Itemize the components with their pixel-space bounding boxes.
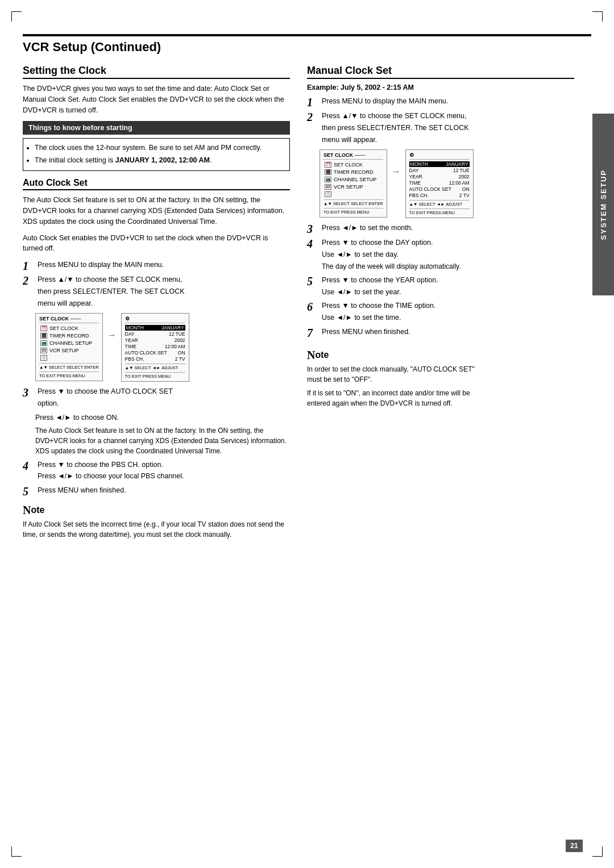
manual-mf1: ▲▼ SELECT SELECT ENTER (323, 201, 383, 206)
menu-icon-ch: 📺 (40, 340, 47, 346)
page-number: 21 (566, 840, 583, 852)
things-to-know-header: Things to know before starting (23, 121, 290, 135)
sf1: ▲▼ SELECT ◄► ADJUST (125, 365, 179, 370)
settings-footer1: ▲▼ SELECT ◄► ADJUST (125, 364, 185, 370)
manual-settings-row-1: DAY 12 TUE (409, 168, 470, 173)
manual-step-num-7: 7 (307, 327, 320, 339)
manual-step1-text: Press MENU to display the MAIN menu. (322, 96, 574, 108)
step3-text: Press ▼ to choose the AUTO CLOCK SET opt… (38, 386, 290, 410)
main-header: VCR Setup (Continued) (23, 34, 591, 55)
menu-footer2: TO EXIT PRESS MENU (39, 373, 85, 378)
settings-value-4: ON (178, 350, 185, 356)
side-tab-text: SYSTEM SETUP (599, 169, 608, 240)
auto-clock-step5: 5 Press MENU when finished. (23, 485, 290, 498)
manual-settings-box: ⚙ MONTH JANUARY DAY 12 TUE YEAR 2002 T (405, 149, 474, 218)
manual-settings-value-0: JANUARY (446, 161, 468, 167)
manual-step-num-5: 5 (307, 275, 320, 287)
step2-line1: Press ▲/▼ to choose the SET CLOCK menu, (38, 274, 290, 285)
manual-settings-value-3: 12:00 AM (449, 180, 470, 186)
manual-step1: 1 Press MENU to display the MAIN menu. (307, 96, 574, 108)
manual-step5-line1: Press ▼ to choose the YEAR option. (322, 275, 574, 286)
step-num-5: 5 (23, 485, 35, 498)
manual-step4: 4 Press ▼ to choose the DAY option. Use … (307, 237, 574, 273)
manual-menu-box-title: SET CLOCK ─── (323, 152, 383, 160)
manual-settings-footer2: TO EXIT PRESS MENU (409, 208, 470, 215)
manual-settings-row-2: YEAR 2002 (409, 174, 470, 180)
manual-menu-icon-dvd: 💿 (325, 191, 331, 197)
manual-menu-label-3: VCR SETUP (334, 184, 363, 190)
manual-settings-footer1: ▲▼ SELECT ◄► ADJUST (409, 200, 470, 207)
manual-step6-line1: Press ▼ to choose the TIME option. (322, 301, 574, 311)
settings-value-0: JANUARY (161, 325, 184, 331)
settings-value-3: 12:00 AM (165, 344, 185, 349)
corner-mark-tl (11, 11, 22, 22)
manual-note-label: ote (315, 348, 329, 362)
settings-label-4: AUTO CLOCK SET (125, 350, 167, 356)
manual-step7-text: Press MENU when finished. (322, 327, 574, 339)
sf2: TO EXIT PRESS MENU (125, 374, 171, 379)
manual-settings-label-3: TIME (409, 180, 421, 186)
manual-step2-text: Press ▲/▼ to choose the SET CLOCK menu, … (322, 111, 574, 146)
manual-menu-icon-clock: ⏰ (325, 162, 331, 168)
step4-line1: Press ▼ to choose the PBS CH. option. (38, 460, 290, 470)
menu-label-0: SET CLOCK (49, 326, 78, 331)
manual-note-line2: must be set to "OFF". (307, 374, 574, 385)
manual-step2-line3: menu will appear. (322, 135, 574, 145)
settings-row-1: DAY 12 TUE (125, 331, 185, 337)
manual-step3: 3 Press ◄/► to set the month. (307, 223, 574, 235)
manual-settings-row-4: AUTO CLOCK SET ON (409, 186, 470, 192)
manual-step-num-4: 4 (307, 237, 320, 250)
step3-line2: option. (38, 398, 290, 409)
step2-line3: menu will appear. (38, 298, 290, 309)
step5-text: Press MENU when finished. (38, 485, 290, 497)
settings-label-5: PBS CH. (125, 356, 144, 362)
manual-settings-label-1: DAY (409, 168, 419, 173)
settings-footer2: TO EXIT PRESS MENU (125, 372, 185, 379)
manual-clock-note: Note In order to set the clock manually,… (307, 348, 574, 408)
manual-step6-text: Press ▼ to choose the TIME option. Use ◄… (322, 301, 574, 324)
auto-clock-menu-screenshot: SET CLOCK ─── ⏰ SET CLOCK ⬛ TIMER RECORD… (35, 313, 290, 382)
step-num-2: 2 (23, 274, 35, 287)
manual-menu-item-1: ⬛ TIMER RECORD (323, 169, 383, 176)
corner-mark-bl (11, 846, 22, 857)
manual-menu-footer2: TO EXIT PRESS MENU (323, 208, 383, 215)
auto-clock-settings-box: ⚙ MONTH JANUARY DAY 12 TUE YEAR 2002 (121, 313, 189, 382)
menu-item-2: 📺 CHANNEL SETUP (39, 340, 99, 347)
manual-note-text1: In order to set the clock manually, "AUT… (307, 365, 475, 373)
corner-mark-br (592, 846, 603, 857)
note-title: Note (23, 503, 290, 517)
manual-settings-label-2: YEAR (409, 174, 422, 180)
auto-clock-title: Auto Clock Set (23, 178, 290, 190)
manual-sf1: ▲▼ SELECT ◄► ADJUST (409, 202, 463, 207)
manual-settings-label-4: AUTO CLOCK SET (409, 186, 451, 192)
menu-item-0: ⏰ SET CLOCK (39, 325, 99, 332)
step3-desc: The Auto Clock Set feature is set to ON … (35, 425, 290, 456)
manual-step-num-6: 6 (307, 301, 320, 313)
auto-clock-step1: 1 Press MENU to display the MAIN menu. (23, 260, 290, 272)
manual-sf2: TO EXIT PRESS MENU (409, 210, 455, 215)
manual-clock-menu-screenshot: SET CLOCK ─── ⏰ SET CLOCK ⬛ TIMER RECORD… (320, 149, 574, 218)
auto-clock-menu-footer: ▲▼ SELECT SELECT ENTER (39, 363, 99, 370)
auto-clock-menu-footer2: TO EXIT PRESS MENU (39, 372, 99, 378)
step2-text: Press ▲/▼ to choose the SET CLOCK menu, … (38, 274, 290, 310)
setting-clock-intro: The DVD+VCR gives you two ways to set th… (23, 84, 290, 115)
auto-clock-note: Note If Auto Clock Set sets the incorrec… (23, 503, 290, 540)
things-list-item-2: The initial clock setting is JANUARY 1, … (35, 155, 284, 166)
manual-note-title: Note (307, 348, 574, 362)
step-num-1: 1 (23, 260, 35, 272)
manual-step6: 6 Press ▼ to choose the TIME option. Use… (307, 301, 574, 324)
side-tab: SYSTEM SETUP (592, 114, 614, 295)
step5-line: Press MENU when finished. (38, 485, 290, 496)
manual-step5-line2: Use ◄/► to set the year. (322, 287, 574, 298)
settings-label-2: YEAR (125, 337, 138, 343)
manual-settings-value-4: ON (462, 186, 470, 192)
menu-icon-vcr: 📼 (40, 348, 47, 353)
manual-menu-icon-vcr: 📼 (325, 184, 331, 190)
step-num-3: 3 (23, 386, 35, 399)
step4-text: Press ▼ to choose the PBS CH. option. Pr… (38, 460, 290, 483)
menu-item-4: 💿 (39, 354, 99, 361)
manual-menu-arrow: → (392, 166, 401, 177)
note-text: If Auto Clock Set sets the incorrect tim… (23, 519, 290, 540)
manual-settings-label-5: PBS CH. (409, 193, 429, 198)
menu-icon-dvd: 💿 (40, 355, 47, 361)
